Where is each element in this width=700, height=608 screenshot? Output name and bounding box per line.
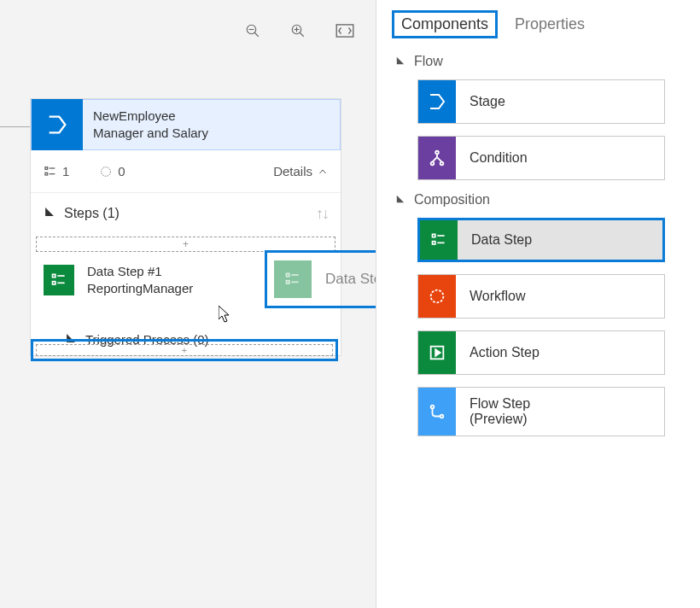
tab-properties[interactable]: Properties bbox=[515, 15, 585, 33]
dropzone-top[interactable]: + bbox=[36, 237, 335, 252]
zoom-in-icon[interactable] bbox=[290, 23, 306, 42]
triangle-icon bbox=[44, 206, 55, 221]
reorder-icon[interactable]: ↑↓ bbox=[316, 205, 328, 223]
condition-icon bbox=[418, 137, 456, 179]
component-action-step[interactable]: Action Step bbox=[417, 330, 665, 375]
workflow-count: 0 bbox=[99, 164, 125, 178]
triangle-icon bbox=[395, 192, 405, 208]
svg-line-1 bbox=[254, 32, 259, 37]
stage-icon bbox=[418, 80, 456, 123]
svg-point-29 bbox=[431, 162, 435, 166]
svg-point-36 bbox=[431, 290, 444, 303]
data-step-text: Data Step #1 ReportingManager bbox=[87, 263, 193, 298]
svg-rect-10 bbox=[45, 172, 48, 175]
canvas-toolbar bbox=[0, 17, 376, 47]
steps-label: Steps (1) bbox=[64, 206, 120, 221]
svg-marker-24 bbox=[397, 57, 404, 64]
zoom-out-icon[interactable] bbox=[245, 23, 260, 42]
stage-header[interactable]: NewEmployee Manager and Salary bbox=[31, 99, 341, 150]
component-data-step[interactable]: Data Step bbox=[417, 218, 665, 262]
svg-line-27 bbox=[433, 157, 438, 162]
svg-marker-31 bbox=[397, 196, 404, 202]
stage-stats-row: 1 0 Details bbox=[31, 150, 341, 193]
svg-line-28 bbox=[437, 157, 442, 162]
svg-rect-32 bbox=[433, 234, 435, 237]
svg-point-40 bbox=[440, 415, 444, 418]
dropzone-active[interactable]: + bbox=[31, 339, 338, 361]
data-step-icon bbox=[420, 220, 458, 260]
steps-header-row[interactable]: Steps (1) ↑↓ bbox=[31, 193, 341, 234]
data-step-1[interactable]: Data Step #1 ReportingManager bbox=[31, 254, 341, 307]
stage-card[interactable]: NewEmployee Manager and Salary 1 0 Detai… bbox=[30, 98, 341, 356]
component-workflow[interactable]: Workflow bbox=[417, 274, 665, 319]
svg-rect-14 bbox=[53, 275, 55, 278]
action-step-icon bbox=[418, 331, 456, 374]
svg-point-25 bbox=[435, 151, 439, 155]
fit-screen-icon[interactable] bbox=[335, 24, 354, 41]
list-count: 1 bbox=[44, 164, 69, 178]
svg-rect-34 bbox=[433, 242, 435, 244]
stage-icon bbox=[32, 99, 83, 150]
tab-components[interactable]: Components bbox=[392, 10, 498, 38]
svg-line-4 bbox=[300, 32, 304, 37]
triangle-icon bbox=[395, 54, 405, 69]
svg-rect-16 bbox=[53, 282, 55, 284]
svg-rect-8 bbox=[45, 167, 48, 169]
svg-point-12 bbox=[102, 167, 111, 176]
stage-title: NewEmployee Manager and Salary bbox=[83, 108, 208, 143]
component-stage[interactable]: Stage bbox=[417, 79, 665, 124]
data-step-icon bbox=[44, 265, 74, 295]
svg-point-39 bbox=[431, 406, 435, 409]
component-flow-step[interactable]: Flow Step (Preview) bbox=[417, 387, 665, 436]
svg-point-30 bbox=[440, 162, 444, 166]
workflow-icon bbox=[418, 275, 456, 318]
svg-marker-38 bbox=[435, 349, 440, 355]
right-panel: Components Properties Flow Stage Conditi… bbox=[376, 0, 700, 608]
component-condition[interactable]: Condition bbox=[417, 136, 665, 180]
section-flow[interactable]: Flow bbox=[395, 54, 685, 69]
flow-step-icon bbox=[418, 388, 456, 436]
section-composition[interactable]: Composition bbox=[395, 192, 685, 208]
svg-marker-13 bbox=[45, 208, 54, 216]
details-toggle[interactable]: Details bbox=[273, 164, 328, 178]
